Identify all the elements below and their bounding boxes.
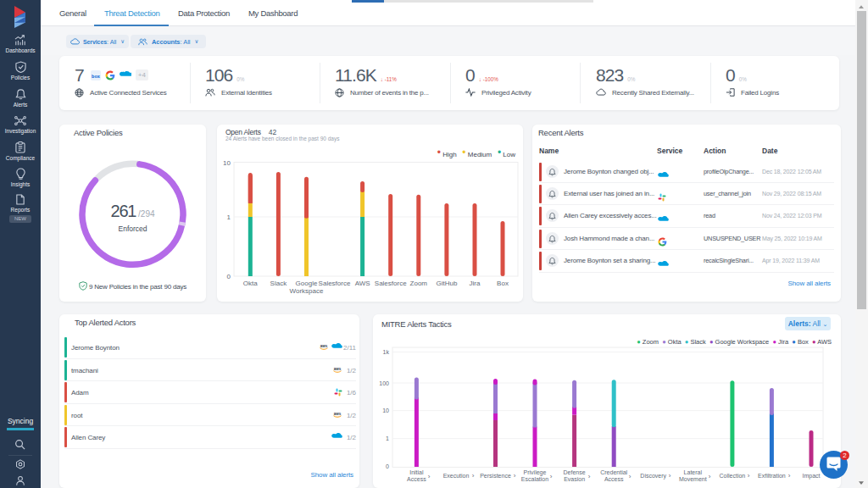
svg-text:Access: Access	[407, 476, 426, 482]
svg-text:aws: aws	[334, 366, 342, 370]
svg-text:Google: Google	[296, 280, 318, 287]
svg-text:Okta: Okta	[243, 280, 258, 287]
svg-text:›: ›	[550, 473, 553, 480]
svg-text:›: ›	[428, 473, 431, 480]
svg-text:Collection: Collection	[720, 473, 746, 479]
svg-text:Execution: Execution	[443, 473, 470, 479]
svg-text:›: ›	[709, 473, 711, 480]
svg-text:›: ›	[788, 472, 791, 480]
svg-text:100: 100	[379, 380, 389, 386]
svg-text:0: 0	[386, 463, 389, 469]
svg-text:Lateral: Lateral	[684, 469, 703, 475]
svg-text:Discovery: Discovery	[640, 473, 666, 480]
svg-text:Evasion: Evasion	[564, 476, 585, 482]
svg-text:1: 1	[386, 435, 389, 441]
svg-text:Salesforce: Salesforce	[375, 280, 407, 287]
svg-text:Escalation: Escalation	[521, 476, 548, 482]
svg-text:Zoom: Zoom	[410, 280, 428, 287]
svg-text:Initial: Initial	[409, 469, 424, 475]
svg-text:Persistence: Persistence	[480, 473, 511, 479]
svg-text:GitHub: GitHub	[436, 280, 457, 287]
svg-text:Access: Access	[604, 476, 624, 482]
svg-text:Exfiltration: Exfiltration	[758, 473, 786, 479]
svg-text:10: 10	[223, 159, 231, 167]
svg-text:Box: Box	[497, 280, 509, 287]
svg-text:0: 0	[227, 273, 231, 280]
svg-text:aws: aws	[320, 344, 328, 348]
svg-text:aws: aws	[334, 411, 342, 415]
svg-text:Salesforce: Salesforce	[319, 280, 351, 287]
svg-text:10: 10	[382, 408, 389, 413]
svg-text:›: ›	[472, 472, 475, 480]
svg-text:›: ›	[748, 472, 750, 480]
svg-text:›: ›	[669, 472, 671, 480]
svg-text:Credential: Credential	[600, 469, 627, 475]
svg-text:AWS: AWS	[355, 280, 370, 287]
svg-text:›: ›	[588, 473, 591, 480]
svg-text:Impact: Impact	[802, 473, 820, 480]
svg-text:Jira: Jira	[470, 280, 481, 287]
svg-text:Slack: Slack	[270, 280, 288, 287]
svg-text:Workspace: Workspace	[290, 287, 324, 295]
svg-text:Privilege: Privilege	[524, 469, 547, 476]
svg-text:Movement: Movement	[679, 476, 707, 482]
svg-text:box: box	[92, 73, 101, 78]
svg-text:›: ›	[629, 473, 632, 480]
svg-text:›: ›	[514, 472, 516, 480]
svg-text:1: 1	[227, 214, 231, 221]
svg-text:1k: 1k	[383, 349, 390, 355]
svg-text:Defense: Defense	[564, 469, 586, 475]
